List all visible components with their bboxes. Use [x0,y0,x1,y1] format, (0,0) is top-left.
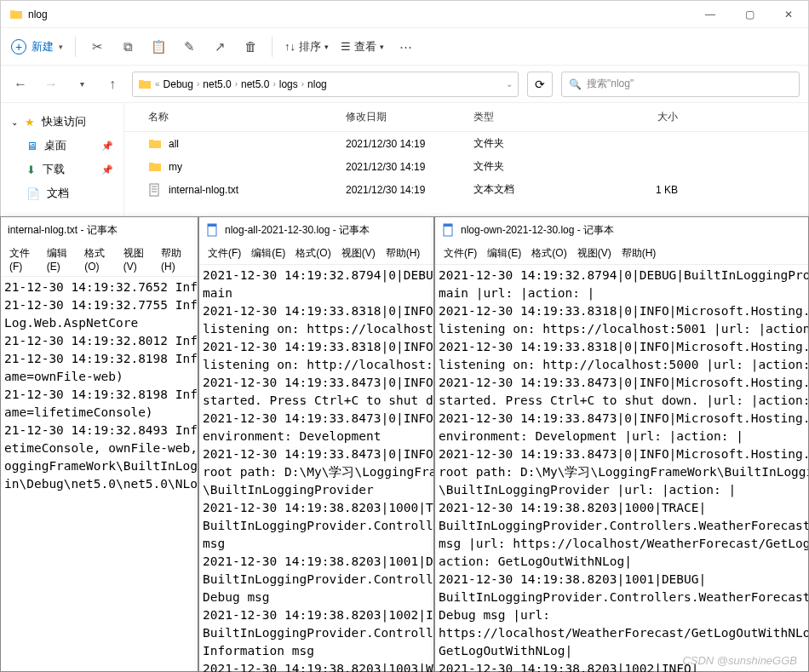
col-type[interactable]: 类型 [473,110,593,124]
menu-view[interactable]: 视图(V) [338,244,379,262]
paste-icon[interactable]: 📋 [149,37,168,56]
chevron-right-icon: › [197,79,199,89]
more-icon[interactable]: ⋯ [396,37,415,56]
file-name: my [169,161,182,173]
separator [75,37,76,57]
folder-icon [9,8,23,21]
file-type: 文本文档 [473,182,593,197]
menu-format[interactable]: 格式(O) [81,244,116,274]
list-item[interactable]: all 2021/12/30 14:19 文件夹 [124,132,808,155]
desktop-icon: 🖥 [26,140,37,152]
maximize-button[interactable]: ▢ [730,1,769,28]
notepad-internal[interactable]: internal-nlog.txt - 记事本 文件(F) 编辑(E) 格式(O… [0,216,198,672]
menu-file[interactable]: 文件(F) [6,244,40,274]
title-bar[interactable]: nlog-own-2021-12-30.log - 记事本 [435,217,808,243]
crumb[interactable]: net5.0 [241,78,269,90]
notepad-icon [206,223,220,237]
list-item[interactable]: internal-nlog.txt 2021/12/30 14:19 文本文档 … [124,178,808,201]
menu-format[interactable]: 格式(O) [292,244,334,262]
chevron-down-icon[interactable]: ▾ [71,73,93,95]
menu-file[interactable]: 文件(F) [204,244,244,262]
menu-format[interactable]: 格式(O) [528,244,570,262]
notepad-own[interactable]: nlog-own-2021-12-30.log - 记事本 文件(F) 编辑(E… [434,216,809,672]
sidebar-item-label: 下载 [43,162,65,177]
col-date[interactable]: 修改日期 [346,110,473,124]
sidebar-item-downloads[interactable]: ⬇ 下载 📌 [1,158,123,181]
col-size[interactable]: 大小 [593,110,695,124]
view-button[interactable]: ☰ 查看 ▾ [341,39,384,55]
folder-icon [148,137,162,151]
crumb[interactable]: nlog [307,78,327,90]
file-date: 2021/12/30 14:19 [346,138,473,150]
crumb[interactable]: net5.0 [203,78,231,90]
breadcrumb[interactable]: « Debug› net5.0› net5.0› logs› nlog ⌄ [132,72,519,97]
cut-icon[interactable]: ✂ [88,37,106,56]
copy-icon[interactable]: ⧉ [118,37,137,56]
chevron-down-icon: ▾ [324,43,329,51]
forward-button[interactable]: → [40,73,62,95]
sidebar-item-label: 文档 [47,186,69,201]
menu-bar: 文件(F) 编辑(E) 格式(O) 视图(V) 帮助(H) [199,243,433,265]
title-bar[interactable]: internal-nlog.txt - 记事本 [1,217,198,243]
file-date: 2021/12/30 14:19 [346,184,473,196]
title-bar[interactable]: nlog-all-2021-12-30.log - 记事本 [199,217,433,243]
watermark: CSDN @sunshineGGB [682,654,797,667]
svg-rect-0 [150,184,158,196]
chevron-down-icon: ▾ [380,43,384,51]
menu-edit[interactable]: 编辑(E) [484,244,525,262]
menu-bar: 文件(F) 编辑(E) 格式(O) 视图(V) 帮助(H) [435,243,808,265]
menu-help[interactable]: 帮助(H) [618,244,660,262]
svg-rect-5 [208,224,216,227]
quick-label: 快速访问 [42,114,86,129]
menu-view[interactable]: 视图(V) [574,244,615,262]
nav-bar: ← → ▾ ↑ « Debug› net5.0› net5.0› logs› n… [1,66,808,103]
new-label: 新建 [32,39,54,55]
chevron-down-icon[interactable]: ⌄ [506,79,513,89]
back-button[interactable]: ← [9,73,32,95]
delete-icon[interactable]: 🗑 [241,37,260,56]
refresh-button[interactable]: ⟳ [527,72,553,97]
view-icon: ☰ [341,40,351,53]
new-button[interactable]: + 新建 ▾ [11,39,63,55]
chevron-right-icon: › [273,79,275,89]
menu-help[interactable]: 帮助(H) [382,244,424,262]
sort-label: 排序 [299,39,321,55]
file-date: 2021/12/30 14:19 [346,161,473,173]
menu-view[interactable]: 视图(V) [120,244,154,274]
minimize-button[interactable]: ― [691,1,730,28]
crumb[interactable]: Debug [164,78,193,90]
title-bar[interactable]: nlog ― ▢ ✕ [1,1,808,28]
list-header: 名称 修改日期 类型 大小 [124,103,808,132]
share-icon[interactable]: ↗ [210,37,229,56]
chevron-down-icon: ▾ [59,43,63,51]
list-item[interactable]: my 2021/12/30 14:19 文件夹 [124,155,808,178]
chevron-left-icon: « [155,79,160,89]
menu-help[interactable]: 帮助(H) [158,244,192,274]
text-content[interactable]: 2021-12-30 14:19:32.8794|0|DEBUG| main 2… [199,265,433,672]
menu-edit[interactable]: 编辑(E) [248,244,289,262]
crumb[interactable]: logs [279,78,298,90]
document-icon: 📄 [26,187,40,200]
folder-icon [148,160,162,174]
sidebar-quick-access[interactable]: ⌄ ★ 快速访问 [1,110,123,134]
text-content[interactable]: 2021-12-30 14:19:32.8794|0|DEBUG|BuiltIn… [435,265,808,672]
notepad-title: internal-nlog.txt - 记事本 [8,223,118,238]
text-content[interactable]: 21-12-30 14:19:32.7652 Info M 21-12-30 1… [1,277,198,495]
chevron-right-icon: › [301,79,304,89]
sidebar-item-desktop[interactable]: 🖥 桌面 📌 [1,134,123,158]
sort-button[interactable]: ↑↓ 排序 ▾ [284,39,329,55]
up-button[interactable]: ↑ [101,73,123,95]
notepad-all[interactable]: nlog-all-2021-12-30.log - 记事本 文件(F) 编辑(E… [198,216,434,672]
search-box[interactable]: 🔍 搜索"nlog" [561,72,800,97]
menu-edit[interactable]: 编辑(E) [43,244,77,274]
rename-icon[interactable]: ✎ [180,37,198,56]
menu-file[interactable]: 文件(F) [440,244,480,262]
sidebar-item-documents[interactable]: 📄 文档 [1,181,123,205]
notepad-title: nlog-all-2021-12-30.log - 记事本 [225,223,370,238]
pin-icon: 📌 [101,141,113,152]
file-name: internal-nlog.txt [169,184,238,196]
view-label: 查看 [354,39,376,55]
separator [272,37,273,57]
close-button[interactable]: ✕ [769,1,808,28]
col-name[interactable]: 名称 [124,110,346,124]
